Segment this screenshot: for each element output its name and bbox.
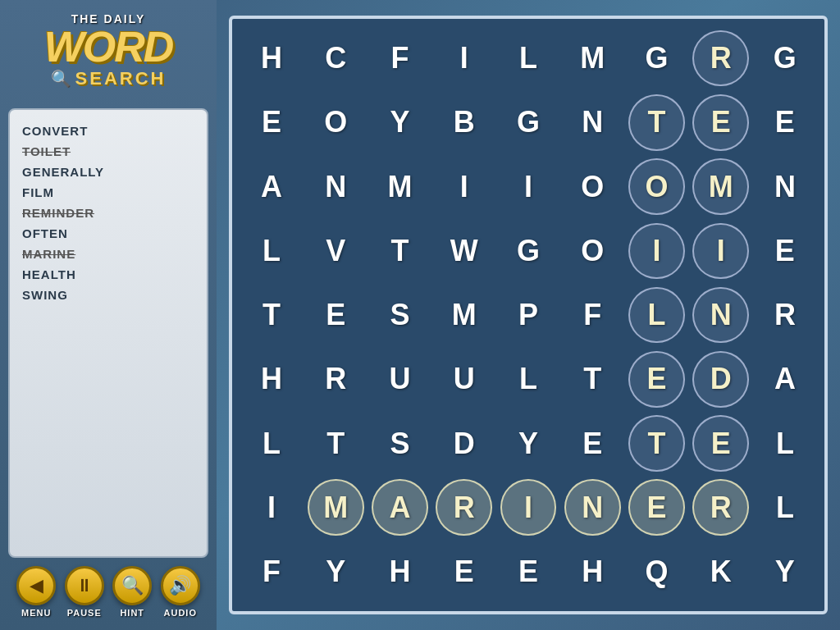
grid-cell[interactable]: P <box>497 284 559 346</box>
bottom-btn-menu[interactable]: ◀MENU <box>16 566 56 618</box>
grid-cell[interactable]: I <box>433 155 495 217</box>
logo-word: WORD <box>8 25 208 68</box>
grid-cell[interactable]: L <box>497 348 559 410</box>
grid-cell[interactable]: F <box>561 284 623 346</box>
grid-cell[interactable]: E <box>561 412 623 474</box>
grid-cell[interactable]: E <box>497 541 559 603</box>
grid-cell[interactable]: E <box>625 348 687 410</box>
grid-cell[interactable]: M <box>690 155 752 217</box>
grid-cell[interactable]: O <box>561 220 623 282</box>
grid-cell[interactable]: H <box>561 541 623 603</box>
logo-area: THE DAILY WORD 🔍 SEARCH <box>8 8 208 96</box>
grid-cell[interactable]: S <box>368 284 431 346</box>
audio-icon: 🔊 <box>161 566 200 605</box>
grid-cell[interactable]: N <box>561 477 623 539</box>
audio-label: AUDIO <box>164 608 197 618</box>
grid-cell[interactable]: A <box>368 477 431 539</box>
grid-cell[interactable]: R <box>754 284 816 346</box>
grid-cell[interactable]: M <box>304 477 367 539</box>
grid-cell[interactable]: N <box>304 155 367 217</box>
grid-cell[interactable]: R <box>690 27 752 89</box>
bottom-btn-audio[interactable]: 🔊AUDIO <box>161 566 200 618</box>
grid-cell[interactable]: O <box>304 91 367 153</box>
word-list-panel: CONVERTTOILETGENERALLYFILMREMINDEROFTENM… <box>8 108 208 558</box>
word-item: SWING <box>22 286 194 304</box>
word-item: MARINE <box>22 245 194 262</box>
grid-cell[interactable]: L <box>240 220 303 282</box>
grid-cell[interactable]: U <box>368 348 431 410</box>
bottom-btn-pause[interactable]: ⏸PAUSE <box>65 566 104 618</box>
grid-cell[interactable]: N <box>561 91 623 153</box>
word-item: OFTEN <box>22 225 194 242</box>
grid-cell[interactable]: M <box>433 284 495 346</box>
grid-cell[interactable]: R <box>690 477 752 539</box>
grid-cell[interactable]: Y <box>368 91 431 153</box>
word-item: FILM <box>22 184 194 201</box>
grid-cell[interactable]: G <box>497 91 559 153</box>
grid-cell[interactable]: E <box>754 220 816 282</box>
grid-cell[interactable]: G <box>754 27 816 89</box>
grid-cell[interactable]: F <box>368 27 431 89</box>
grid-cell[interactable]: K <box>690 541 752 603</box>
grid-cell[interactable]: I <box>240 477 303 539</box>
bottom-buttons: ◀MENU⏸PAUSE🔍HINT🔊AUDIO <box>8 558 208 622</box>
grid-cell[interactable]: V <box>304 220 367 282</box>
grid-cell[interactable]: H <box>240 348 303 410</box>
grid-cell[interactable]: Y <box>754 541 816 603</box>
pause-icon: ⏸ <box>65 566 104 605</box>
grid-cell[interactable]: I <box>497 477 559 539</box>
grid-cell[interactable]: I <box>497 155 559 217</box>
grid-cell[interactable]: T <box>625 91 687 153</box>
grid-cell[interactable]: O <box>625 155 687 217</box>
grid-cell[interactable]: Y <box>304 541 367 603</box>
grid-cell[interactable]: E <box>625 477 687 539</box>
grid-cell[interactable]: L <box>625 284 687 346</box>
grid-cell[interactable]: O <box>561 155 623 217</box>
grid-cell[interactable]: L <box>497 27 559 89</box>
grid-cell[interactable]: A <box>754 348 816 410</box>
grid-cell[interactable]: D <box>433 412 495 474</box>
grid-cell[interactable]: W <box>433 220 495 282</box>
grid-cell[interactable]: H <box>240 27 303 89</box>
grid-cell[interactable]: N <box>690 284 752 346</box>
grid-cell[interactable]: L <box>754 477 816 539</box>
grid-cell[interactable]: I <box>690 220 752 282</box>
pause-label: PAUSE <box>67 608 102 618</box>
grid-cell[interactable]: N <box>754 155 816 217</box>
grid-cell[interactable]: T <box>304 412 367 474</box>
grid-cell[interactable]: T <box>625 412 687 474</box>
grid-cell[interactable]: E <box>240 91 303 153</box>
grid-cell[interactable]: F <box>240 541 303 603</box>
grid-cell[interactable]: A <box>240 155 303 217</box>
grid-cell[interactable]: T <box>368 220 431 282</box>
grid-cell[interactable]: R <box>433 477 495 539</box>
grid-cell[interactable]: C <box>304 27 367 89</box>
grid-cell[interactable]: R <box>304 348 367 410</box>
logo-search-text: SEARCH <box>75 68 167 89</box>
grid-cell[interactable]: B <box>433 91 495 153</box>
grid-cell[interactable]: E <box>433 541 495 603</box>
grid-cell[interactable]: G <box>625 27 687 89</box>
grid-cell[interactable]: E <box>754 91 816 153</box>
grid-cell[interactable]: M <box>368 155 431 217</box>
word-item: GENERALLY <box>22 163 194 180</box>
grid-cell[interactable]: T <box>240 284 303 346</box>
grid-cell[interactable]: S <box>368 412 431 474</box>
grid-cell[interactable]: T <box>561 348 623 410</box>
grid-cell[interactable]: M <box>561 27 623 89</box>
grid-cell[interactable]: I <box>625 220 687 282</box>
grid-cell[interactable]: I <box>433 27 495 89</box>
grid-cell[interactable]: Q <box>625 541 687 603</box>
grid-panel: HCFILMGRGEOYBGNTEEANMIIOOMNLVTWGOIIETESM… <box>217 0 840 630</box>
grid-cell[interactable]: G <box>497 220 559 282</box>
grid-cell[interactable]: L <box>240 412 303 474</box>
grid-cell[interactable]: U <box>433 348 495 410</box>
grid-cell[interactable]: E <box>690 91 752 153</box>
grid-cell[interactable]: Y <box>497 412 559 474</box>
grid-cell[interactable]: E <box>304 284 367 346</box>
grid-cell[interactable]: E <box>690 412 752 474</box>
grid-cell[interactable]: L <box>754 412 816 474</box>
bottom-btn-hint[interactable]: 🔍HINT <box>112 566 152 618</box>
grid-cell[interactable]: D <box>690 348 752 410</box>
grid-cell[interactable]: H <box>368 541 431 603</box>
